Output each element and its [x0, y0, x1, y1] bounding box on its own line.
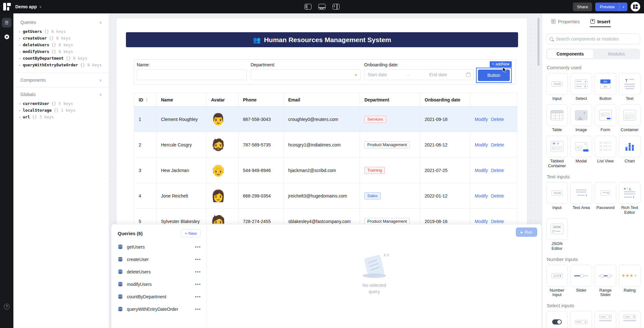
globals-section-header[interactable]: Globals ∧ [13, 91, 109, 98]
tree-item[interactable]: ▸countByDepartment{} 8 keys [13, 55, 109, 62]
caret-right-icon[interactable]: ▸ [19, 43, 21, 47]
delete-link[interactable]: Delete [491, 219, 504, 224]
query-menu-icon[interactable]: ••• [195, 269, 201, 274]
tab-properties[interactable]: Properties [551, 19, 580, 24]
search-input[interactable] [556, 36, 637, 41]
delete-link[interactable]: Delete [491, 168, 504, 173]
query-menu-icon[interactable]: ••• [195, 244, 201, 250]
tree-item[interactable]: ▸currentUser{} 5 keys [13, 100, 109, 107]
component-card-container[interactable]: Container [619, 104, 640, 132]
delete-link[interactable]: Delete [491, 117, 504, 122]
tree-item[interactable]: ▸getUsers{} 8 keys [13, 28, 109, 35]
column-header-email[interactable]: Email [284, 93, 360, 107]
modify-link[interactable]: Modify [475, 142, 488, 147]
component-card-text[interactable]: T Text [619, 73, 640, 101]
tab-insert[interactable]: Insert [590, 19, 610, 24]
preview-dropdown-icon[interactable]: ∨ [619, 3, 627, 11]
sort-icon[interactable]: ▲▼ [146, 98, 148, 102]
query-menu-icon[interactable]: ••• [195, 257, 201, 262]
modify-link[interactable]: Modify [475, 193, 488, 198]
component-card-modal[interactable]: × Modal [570, 136, 592, 168]
delete-link[interactable]: Delete [491, 193, 504, 198]
component-card-rich-text-editor[interactable]: B I A I Rich Text Editor [619, 182, 640, 215]
column-header-avatar[interactable]: Avatar [207, 93, 238, 107]
column-header-phone[interactable]: Phone [238, 93, 284, 107]
tree-item[interactable]: ▸queryWithEntryDateOrder{} 8 keys [13, 62, 109, 68]
app-title-banner[interactable]: 👥 Human Resources Management System [126, 32, 518, 47]
component-card-range-slider[interactable]: Range Slider [595, 265, 616, 298]
component-card-button[interactable]: Btn Btn Button [595, 73, 616, 101]
run-query-button[interactable]: ▶ Run [516, 227, 537, 237]
toggle-left-panel-icon[interactable] [304, 4, 311, 10]
calendar-icon[interactable] [466, 73, 471, 77]
collapse-icon[interactable]: ∧ [99, 20, 102, 25]
table-row[interactable]: 1 Clement Roughley 👨 887-558-3043 crough… [134, 107, 517, 132]
tree-item[interactable]: ▸createUser{} 8 keys [13, 35, 109, 41]
toggle-right-panel-icon[interactable] [333, 4, 340, 10]
delete-link[interactable]: Delete [491, 142, 504, 147]
components-section-header[interactable]: Components ∨ [13, 76, 109, 84]
caret-right-icon[interactable]: ▸ [19, 37, 21, 40]
date-range-input[interactable]: Start date → End date [364, 69, 474, 80]
expand-icon[interactable]: ∨ [99, 78, 102, 82]
table-row[interactable]: 4 Jone Reichelt 👩 668-299-0354 jreichelt… [134, 183, 517, 209]
department-select[interactable]: ∨ [251, 69, 361, 80]
resources-icon[interactable] [2, 32, 11, 41]
start-date-placeholder[interactable]: Start date [368, 72, 387, 77]
caret-right-icon[interactable]: ▸ [19, 30, 21, 33]
component-card-number-input[interactable]: 1234I Number Input [546, 265, 568, 298]
caret-right-icon[interactable]: ▸ [19, 63, 21, 67]
modify-link[interactable]: Modify [475, 117, 488, 122]
query-list-item[interactable]: modifyUsers••• [111, 278, 207, 290]
table-row[interactable]: 2 Hercule Cosgry 🧔 787-589-5735 hcosgry1… [134, 132, 517, 158]
modify-link[interactable]: Modify [475, 168, 488, 173]
preview-button[interactable]: Preview [595, 3, 619, 11]
tree-item[interactable]: ▸url{} 3 keys [13, 114, 109, 120]
app-logo-icon[interactable] [3, 3, 11, 11]
end-date-placeholder[interactable]: End date [429, 72, 447, 77]
widget-name-badge[interactable]: ⠿ addNew [490, 61, 512, 67]
component-card-rating[interactable]: ★★★★ Rating [619, 265, 640, 298]
name-input-field[interactable] [140, 72, 243, 77]
query-list-item[interactable]: deleteUsers••• [111, 265, 207, 278]
component-card-switch[interactable] [546, 311, 568, 328]
query-list-item[interactable]: getUsers••• [111, 241, 207, 253]
help-icon[interactable]: ? [4, 304, 10, 309]
chevron-down-icon[interactable]: ∨ [39, 5, 42, 9]
column-header-onboarding[interactable]: Onboarding date [420, 93, 470, 107]
query-list-item[interactable]: countByDepartment••• [111, 290, 207, 303]
component-search[interactable] [546, 34, 640, 44]
query-list-item[interactable]: createUser••• [111, 253, 207, 265]
toggle-bottom-panel-icon[interactable] [318, 4, 326, 10]
component-card-table[interactable]: Table [546, 104, 568, 132]
new-query-button[interactable]: + New [181, 229, 201, 237]
query-menu-icon[interactable]: ••• [195, 281, 201, 287]
component-card-image[interactable]: Image [570, 104, 592, 132]
component-card-chart[interactable]: Chart [619, 136, 640, 168]
queries-section-header[interactable]: Queries ∧ [13, 19, 109, 26]
query-menu-icon[interactable]: ••• [195, 294, 201, 299]
app-name[interactable]: Demo app [15, 4, 37, 9]
account-avatar[interactable] [631, 2, 640, 11]
table-row[interactable]: 3 Hew Jackman 👴 544-949-8946 hjackman2@s… [134, 158, 517, 183]
component-card-input[interactable]: TextI Input [546, 73, 568, 101]
caret-right-icon[interactable]: ▸ [19, 57, 21, 60]
component-card-multiselect[interactable]: ∨ [595, 311, 616, 328]
component-card-tabbed-container[interactable]: AB Tabbed Container [546, 136, 568, 168]
segment-modules[interactable]: Modules [594, 49, 640, 59]
caret-right-icon[interactable]: ▸ [19, 116, 21, 119]
modify-link[interactable]: Modify [475, 219, 488, 224]
component-card-input[interactable]: TextI Input [546, 182, 568, 215]
component-card-password[interactable]: ****I Password [595, 182, 616, 215]
component-card-form[interactable]: Form [595, 104, 616, 132]
component-card-text-area[interactable]: I Text Area [570, 182, 592, 215]
query-list-item[interactable]: queryWithEntryDateOrder••• [111, 303, 207, 315]
data-explorer-icon[interactable]: ☰ [2, 18, 11, 27]
component-card-select[interactable]: ∨ [570, 311, 592, 328]
component-card-list-view[interactable]: List View [595, 136, 616, 168]
component-card-select[interactable]: ∨ ✓ Select [570, 73, 592, 101]
column-header-id[interactable]: ID ▲▼ [134, 93, 157, 107]
users-table[interactable]: ID ▲▼ Name Avatar Phone Email Department… [134, 93, 517, 234]
drag-handle-icon[interactable]: ⠿ [492, 63, 494, 66]
collapse-icon[interactable]: ∧ [99, 93, 102, 97]
